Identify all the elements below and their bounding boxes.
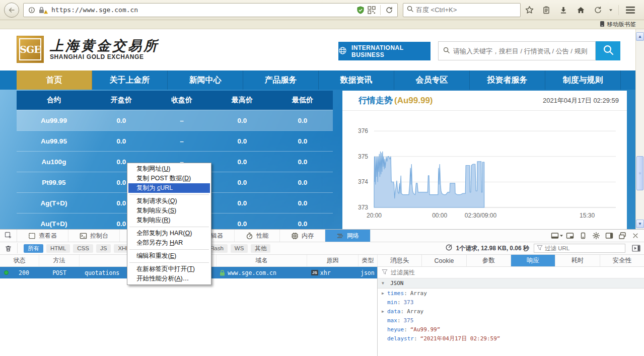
devtools-tab[interactable]: 内存 xyxy=(280,230,325,242)
site-search-input[interactable] xyxy=(453,47,591,55)
devtools-tab[interactable]: 查看器 xyxy=(17,230,68,242)
twisty-down-icon[interactable]: ▼ xyxy=(382,281,387,286)
request-column-header[interactable]: 原因 xyxy=(307,255,359,266)
site-header: SGE 上海黄金交易所 SHANGHAI GOLD EXCHANGE INTER… xyxy=(0,29,644,70)
info-icon[interactable] xyxy=(26,7,37,14)
nav-item[interactable]: 会员专区 xyxy=(394,70,470,90)
bookmarks-button[interactable] xyxy=(538,2,555,18)
json-property-row[interactable]: min:373 xyxy=(378,298,644,307)
site-search-button[interactable] xyxy=(596,41,620,60)
context-menu-item[interactable]: 全部另存为 HAR xyxy=(128,238,210,248)
page-scrollbar[interactable]: ▲ ≡ ▼ xyxy=(635,29,644,229)
close-button[interactable] xyxy=(629,230,642,242)
request-column-header[interactable]: 类型 xyxy=(359,255,378,266)
scrollbar-thumb[interactable]: ≡ xyxy=(636,156,643,190)
request-column-header[interactable]: 方法 xyxy=(39,255,80,266)
context-menu-item[interactable]: 开始性能分析(A)… xyxy=(128,274,210,283)
context-menu-item[interactable]: 复制网址(U) xyxy=(128,164,210,174)
bookmark-item-mobile[interactable]: 移动版书签 xyxy=(607,21,636,28)
url-filter-input[interactable] xyxy=(545,245,622,251)
filter-button[interactable]: JS xyxy=(96,244,111,253)
request-column-header[interactable]: 状态 xyxy=(0,255,39,266)
svg-text:375: 375 xyxy=(358,153,368,160)
hamburger-menu-button[interactable] xyxy=(622,2,639,18)
clear-requests-button[interactable] xyxy=(2,245,14,252)
details-tab[interactable]: 响应 xyxy=(511,255,555,266)
pick-element-button[interactable] xyxy=(0,230,17,242)
performance-analysis-icon[interactable] xyxy=(445,244,453,253)
toggle-details-pane-button[interactable] xyxy=(630,245,642,252)
details-tab[interactable]: 参数 xyxy=(467,255,511,266)
reload-icon[interactable] xyxy=(384,6,395,14)
url-bar[interactable] xyxy=(23,3,398,17)
nav-item[interactable]: 数据资讯 xyxy=(319,70,394,90)
json-root-row[interactable]: ▼ JSON xyxy=(378,278,644,289)
filter-button[interactable]: 所有 xyxy=(24,244,43,253)
nav-item[interactable]: 关于上金所 xyxy=(92,70,168,90)
nav-item[interactable]: 投资者服务 xyxy=(470,70,545,90)
filter-button[interactable]: 其他 xyxy=(251,244,270,253)
split-console-button[interactable] xyxy=(563,230,577,242)
devtools-tab[interactable]: 网络 xyxy=(325,230,371,242)
json-property-row[interactable]: heyue:“Au99.99” xyxy=(378,325,644,334)
details-tab[interactable]: 安全性 xyxy=(600,255,644,266)
popout-window-button[interactable] xyxy=(616,230,629,242)
contract-cell: Au99.99 xyxy=(17,117,91,124)
table-row[interactable]: Au99.990.0–0.00.0 xyxy=(17,110,333,130)
context-menu-item[interactable]: 复制为 cURL xyxy=(128,183,210,193)
filter-button[interactable]: HTML xyxy=(46,244,70,253)
twisty-right-icon[interactable]: ▶ xyxy=(382,309,387,314)
site-search-box[interactable] xyxy=(438,41,596,60)
table-row[interactable]: Au99.950.0–0.00.0 xyxy=(17,130,333,151)
context-menu-item[interactable]: 编辑和重发(E) xyxy=(128,251,210,261)
caret-down-button[interactable] xyxy=(606,2,615,18)
shield-check-icon[interactable] xyxy=(355,6,366,14)
twisty-right-icon[interactable]: ▶ xyxy=(382,291,387,296)
context-menu-item[interactable]: 在新标签页中打开(T) xyxy=(128,264,210,274)
filter-button[interactable]: WS xyxy=(231,244,248,253)
context-menu-item[interactable]: 全部复制为 HAR(O) xyxy=(128,229,210,238)
details-tab[interactable]: Cookie xyxy=(422,255,466,266)
scroll-down-button[interactable]: ▼ xyxy=(636,220,644,228)
json-property-row[interactable]: delaystr:“2021年04月17日 02:29:59” xyxy=(378,334,644,343)
details-tab[interactable]: 耗时 xyxy=(555,255,600,266)
request-column-header[interactable]: 域名 xyxy=(217,255,307,266)
json-value: 373 xyxy=(404,299,414,306)
back-button[interactable] xyxy=(4,3,19,18)
context-menu-item[interactable]: 复制响应(R) xyxy=(128,216,210,225)
json-property-row[interactable]: max:375 xyxy=(378,316,644,325)
url-input[interactable] xyxy=(51,6,355,14)
download-button[interactable] xyxy=(555,2,572,18)
devtools-tab[interactable]: 控制台 xyxy=(68,230,120,242)
context-menu-item[interactable]: 复制响应头(S) xyxy=(128,206,210,216)
details-tab[interactable]: 消息头 xyxy=(378,255,422,266)
restore-session-button[interactable] xyxy=(589,2,606,18)
nav-item[interactable]: 制度与规则 xyxy=(545,70,621,90)
nav-item[interactable]: 新闻中心 xyxy=(168,70,243,90)
json-property-row[interactable]: ▶data:Array xyxy=(378,307,644,316)
context-menu-item[interactable]: 复制 POST 数据(D) xyxy=(128,174,210,183)
json-property-row[interactable]: ▶times:Array xyxy=(378,289,644,298)
sge-logo[interactable]: SGE 上海黄金交易所 SHANGHAI GOLD EXCHANGE xyxy=(17,36,159,63)
star-button[interactable] xyxy=(521,2,538,18)
properties-filter-box[interactable] xyxy=(378,267,644,278)
browser-search-box[interactable] xyxy=(403,3,521,17)
responsive-mode-button[interactable] xyxy=(577,230,590,242)
sidebar-toggle-button[interactable] xyxy=(603,230,616,242)
qr-code-icon[interactable] xyxy=(366,6,377,14)
gear-button[interactable] xyxy=(590,230,603,242)
context-menu-item[interactable]: 复制请求头(Q) xyxy=(128,196,210,206)
home-button[interactable] xyxy=(572,2,589,18)
international-business-button[interactable]: INTERNATIONAL BUSINESS xyxy=(338,42,431,60)
lock-warning-icon[interactable] xyxy=(37,6,48,14)
nav-item[interactable]: 首页 xyxy=(17,70,92,90)
devtools-tab[interactable]: 性能 xyxy=(235,230,280,242)
nav-item[interactable]: 产品服务 xyxy=(243,70,319,90)
search-icon xyxy=(602,44,614,58)
scroll-up-button[interactable]: ▲ xyxy=(636,32,644,41)
dock-bottom-button[interactable] xyxy=(550,230,563,242)
filter-button[interactable]: CSS xyxy=(73,244,93,253)
browser-search-input[interactable] xyxy=(416,6,517,14)
url-filter-box[interactable] xyxy=(534,244,625,253)
properties-filter-input[interactable] xyxy=(391,269,640,276)
